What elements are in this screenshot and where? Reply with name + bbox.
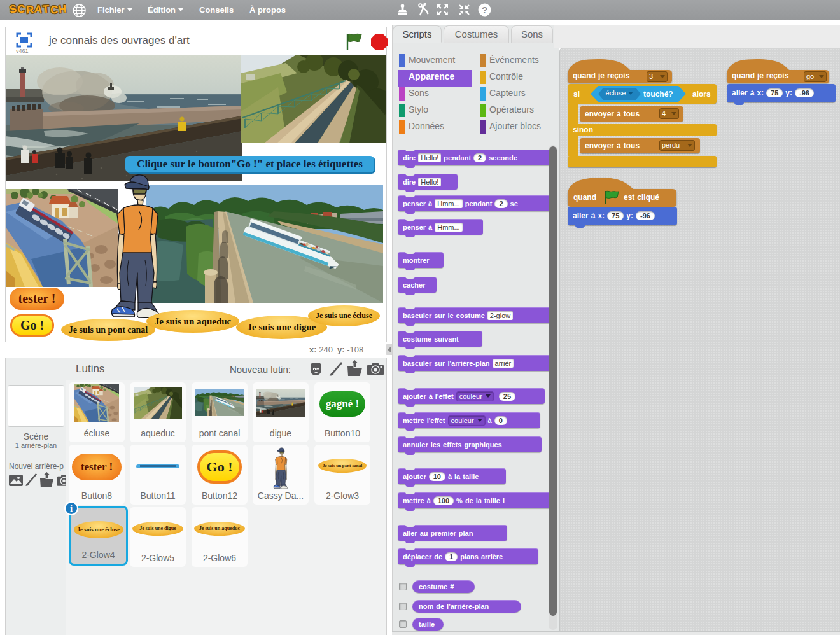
svg-text:?: ? [482,4,487,15]
